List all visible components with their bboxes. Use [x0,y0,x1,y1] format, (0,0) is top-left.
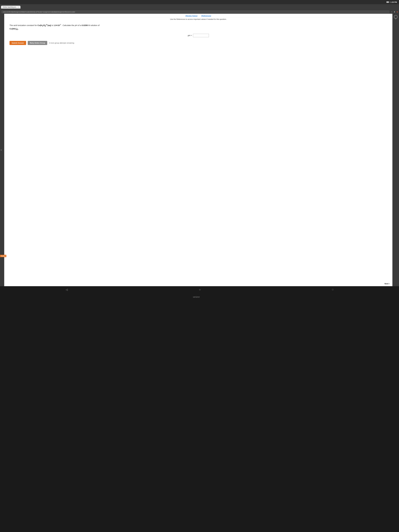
battery-icon [386,1,389,3]
references-link[interactable]: [References] [201,15,211,17]
page-subtitle: Use the References to access important v… [4,17,393,21]
question-text: The acid ionization constant for Cu(H2O)… [10,24,387,31]
buttons-row: Submit Answer Retry Entire Group 4 more … [10,41,387,45]
question-mid: is [52,24,54,26]
verizon-bar: verizon [0,293,399,301]
url-text: now.com/ilrn/takeAssignment/takeCovalent… [3,11,388,13]
ph-label: pH = [188,34,192,37]
active-tab[interactable]: Online teaching an... × [1,6,20,9]
browser-content: [Review Topics] [References] Use the Ref… [4,14,393,286]
close-icon[interactable]: ● [397,11,398,13]
question-unit: M solution of [88,24,100,26]
address-bar[interactable]: now.com/ilrn/takeAssignment/takeCovalent… [2,11,389,13]
tab-title: Online teaching an... [3,6,17,8]
headphone-icon[interactable] [394,15,398,19]
browser-icons: ☆ ⬇ ● [391,11,398,13]
back-button[interactable]: ◁ [66,288,68,291]
address-bar-row: now.com/ilrn/takeAssignment/takeCovalent… [0,10,399,14]
top-links-bar: [Review Topics] [References] [4,14,393,17]
review-topics-link[interactable]: [Review Topics] [185,15,197,17]
content-wrapper: < Visited [Review Topics] [References] U… [0,14,399,286]
battery-indicator [386,1,389,3]
attempts-remaining-text: 4 more group attempts remaining [49,42,74,44]
next-button-area: Next › [4,281,393,286]
android-nav-bar: ◁ ○ □ [0,286,399,293]
next-label: Next [385,283,388,285]
close-tab-button[interactable]: × [18,6,19,8]
question-intro: The acid ionization constant for [10,24,38,26]
ka-value: 1.0×10-7 [54,24,61,26]
visited-tab[interactable]: Visited [0,255,6,257]
left-sidebar: < Visited [0,14,4,286]
tab-bar: Online teaching an... × [1,6,398,9]
next-button[interactable]: Next › [385,283,390,285]
dark-background [0,301,399,532]
ph-input[interactable] [193,34,209,37]
verizon-logo: verizon [192,295,207,299]
home-button[interactable]: ○ [199,288,201,291]
status-bar: 1:26 PM [0,0,399,4]
concentration-value: 0.0208 [82,24,88,26]
left-arrow-icon[interactable]: < [0,149,2,151]
browser-chrome: Online teaching an... × [0,4,399,10]
question-end: . Calculate the pH of a [62,24,82,26]
compound-formula: Cu(NO3)2. [10,28,19,30]
question-area: The acid ionization constant for Cu(H2O)… [4,21,393,281]
download-icon[interactable]: ⬇ [394,11,395,13]
chemical-formula: Cu(H2O)62+(aq) [38,24,51,26]
chevron-right-icon: › [389,283,390,285]
right-sidebar [393,14,399,286]
star-icon[interactable]: ☆ [391,11,393,13]
submit-answer-button[interactable]: Submit Answer [10,41,26,45]
time-display: 1:26 PM [390,1,397,3]
ph-input-row: pH = [10,34,387,37]
svg-text:verizon: verizon [193,296,200,298]
recents-button[interactable]: □ [332,288,333,291]
retry-entire-group-button[interactable]: Retry Entire Group [28,41,47,45]
